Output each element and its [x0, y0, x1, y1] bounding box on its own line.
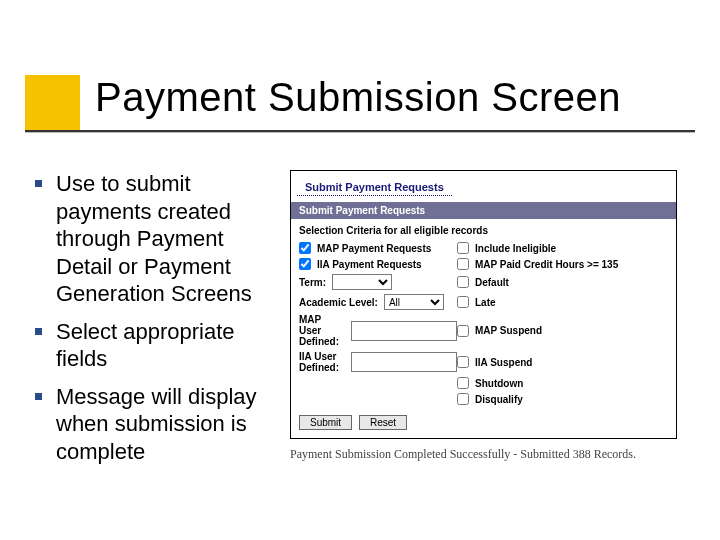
default-label: Default	[475, 277, 668, 288]
late-label: Late	[475, 297, 668, 308]
disqualify-checkbox[interactable]	[457, 393, 469, 405]
panel-bar: Submit Payment Requests	[291, 202, 676, 219]
term-label: Term:	[299, 277, 326, 288]
bullet-text: Select appropriate fields	[56, 318, 280, 373]
criteria-grid: MAP Payment Requests Include Ineligible …	[291, 240, 676, 411]
default-checkbox[interactable]	[457, 276, 469, 288]
academic-level-label: Academic Level:	[299, 297, 378, 308]
map-paid-credit-checkbox[interactable]	[457, 258, 469, 270]
panel-subheading: Selection Criteria for all eligible reco…	[291, 219, 676, 240]
completion-message: Payment Submission Completed Successfull…	[290, 447, 695, 462]
map-user-defined-input[interactable]	[351, 321, 457, 341]
term-select[interactable]	[332, 274, 392, 290]
map-paid-credit-label: MAP Paid Credit Hours >= 135	[475, 259, 668, 270]
reset-button[interactable]: Reset	[359, 415, 407, 430]
bullet-text: Message will display when submission is …	[56, 383, 280, 466]
academic-level-select[interactable]: All	[384, 294, 444, 310]
iia-payment-requests-label: IIA Payment Requests	[317, 259, 457, 270]
map-payment-requests-label: MAP Payment Requests	[317, 243, 457, 254]
include-ineligible-checkbox[interactable]	[457, 242, 469, 254]
iia-user-defined-label: IIA User Defined:	[299, 351, 345, 373]
iia-user-defined-input[interactable]	[351, 352, 457, 372]
bullet-icon	[35, 328, 42, 335]
bullet-item: Message will display when submission is …	[35, 383, 280, 466]
bullet-text: Use to submit payments created through P…	[56, 170, 280, 308]
accent-square	[25, 75, 80, 130]
disqualify-label: Disqualify	[475, 394, 668, 405]
shutdown-checkbox[interactable]	[457, 377, 469, 389]
iia-suspend-checkbox[interactable]	[457, 356, 469, 368]
bullet-icon	[35, 180, 42, 187]
slide-body: Use to submit payments created through P…	[35, 170, 695, 520]
screenshot-panel-wrap: Submit Payment Requests Submit Payment R…	[290, 170, 695, 520]
late-checkbox[interactable]	[457, 296, 469, 308]
map-user-defined-label: MAP User Defined:	[299, 314, 345, 347]
bullet-item: Use to submit payments created through P…	[35, 170, 280, 308]
map-suspend-label: MAP Suspend	[475, 325, 668, 336]
bullet-item: Select appropriate fields	[35, 318, 280, 373]
button-row: Submit Reset	[291, 411, 676, 438]
form-panel: Submit Payment Requests Submit Payment R…	[290, 170, 677, 439]
include-ineligible-label: Include Ineligible	[475, 243, 668, 254]
map-payment-requests-checkbox[interactable]	[299, 242, 311, 254]
title-rule	[25, 130, 695, 132]
panel-heading: Submit Payment Requests	[297, 175, 452, 196]
bullet-icon	[35, 393, 42, 400]
bullet-list: Use to submit payments created through P…	[35, 170, 280, 520]
iia-payment-requests-checkbox[interactable]	[299, 258, 311, 270]
slide-title: Payment Submission Screen	[95, 75, 621, 120]
submit-button[interactable]: Submit	[299, 415, 352, 430]
map-suspend-checkbox[interactable]	[457, 325, 469, 337]
shutdown-label: Shutdown	[475, 378, 668, 389]
iia-suspend-label: IIA Suspend	[475, 357, 668, 368]
